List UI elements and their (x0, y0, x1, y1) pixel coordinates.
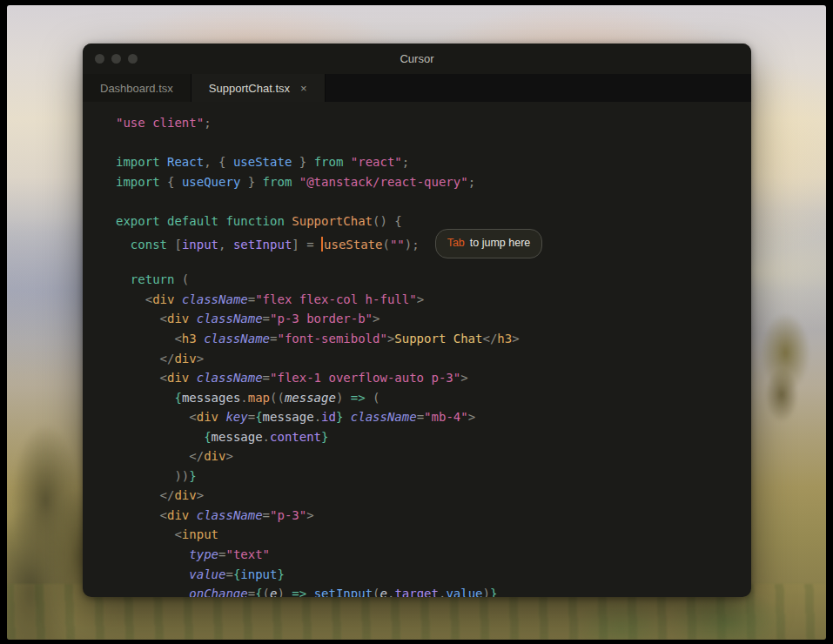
tab-label: SupportChat.tsx (209, 82, 290, 95)
window-title: Cursor (83, 52, 751, 65)
code-line: </div> (116, 486, 744, 506)
tab-bar: Dashboard.tsx SupportChat.tsx × (83, 74, 751, 102)
code-line (116, 251, 744, 271)
title-bar: Cursor (83, 44, 751, 74)
code-line: <h3 className="font-semibold">Support Ch… (116, 329, 744, 349)
code-line: </div> (116, 446, 744, 466)
code-line: type="text" (116, 545, 744, 565)
tab-label: Dashboard.tsx (100, 82, 173, 95)
code-line: onChange={(e) => setInput(e.target.value… (116, 584, 744, 597)
code-line: {message.content} (116, 427, 744, 447)
code-line: import React, { useState } from "react"; (116, 152, 744, 172)
code-line (116, 133, 744, 153)
hint-key-label: Tab (447, 233, 465, 253)
code-line: ))} (116, 466, 744, 486)
code-line: <div className="flex flex-col h-full"> (116, 290, 744, 310)
code-area[interactable]: "use client";import React, { useState } … (83, 102, 751, 597)
close-tab-icon[interactable]: × (300, 82, 307, 95)
wallpaper-tree-right (742, 310, 821, 423)
wallpaper: Cursor Dashboard.tsx SupportChat.tsx × "… (7, 5, 826, 640)
tab-bar-spacer (326, 74, 751, 102)
text-cursor (321, 237, 323, 252)
code-line (116, 191, 744, 211)
code-line: </div> (116, 349, 744, 369)
code-line: <input (116, 525, 744, 545)
editor-window: Cursor Dashboard.tsx SupportChat.tsx × "… (83, 44, 751, 597)
hint-text-label: to jump here (470, 233, 530, 253)
tab-supportchat[interactable]: SupportChat.tsx × (191, 74, 326, 102)
tab-dashboard[interactable]: Dashboard.tsx (83, 74, 191, 102)
code-line: "use client"; (116, 113, 744, 133)
code-line: <div key={message.id} className="mb-4"> (116, 407, 744, 427)
code-line: <div className="flex-1 overflow-auto p-3… (116, 368, 744, 388)
tab-jump-hint: Tabto jump here (435, 229, 543, 258)
code-line: {messages.map((message) => ( (116, 388, 744, 408)
code-line: value={input} (116, 565, 744, 585)
code-line: import { useQuery } from "@tanstack/reac… (116, 172, 744, 192)
code-line: <div className="p-3 border-b"> (116, 309, 744, 329)
code-line: return ( (116, 270, 744, 290)
code-line: const [input, setInput] = useState("");T… (116, 231, 744, 251)
code-line: <div className="p-3"> (116, 506, 744, 526)
code-line: export default function SupportChat() { (116, 211, 744, 231)
